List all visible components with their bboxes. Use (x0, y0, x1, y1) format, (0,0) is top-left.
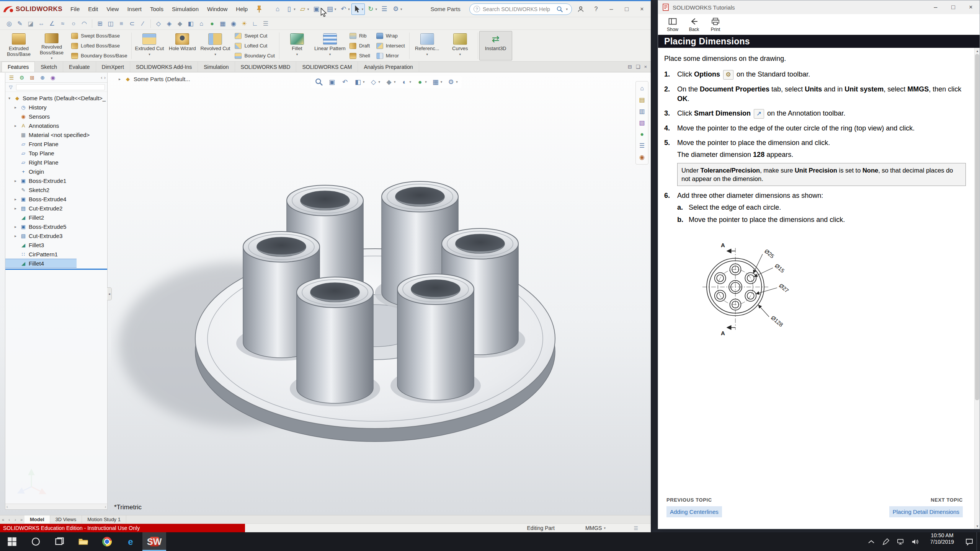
tree-item-cut-extrude2[interactable]: ▸▤Cut-Extrude2 (5, 204, 107, 213)
solidworks-taskbar-button[interactable]: SW (142, 532, 166, 551)
search-taskbar-button[interactable] (24, 532, 47, 551)
s-lights-button[interactable]: ☀ (239, 19, 250, 29)
s-wire-button[interactable]: ◇ (153, 19, 164, 29)
taskbar-clock[interactable]: 10:50 AM 7/10/2019 (922, 532, 962, 551)
ribbon-curves-button[interactable]: Curves▾ (444, 31, 477, 60)
tree-item-fillet2[interactable]: ◢Fillet2 (5, 213, 107, 222)
s-appear-button[interactable]: ● (207, 19, 217, 29)
s-section-button[interactable]: ◧ (185, 19, 196, 29)
tab-simulation[interactable]: Simulation (198, 62, 235, 72)
edit-appearance-button[interactable]: ●▾ (414, 77, 428, 87)
hide-show-items-button[interactable]: ◐▾ (399, 77, 413, 87)
menu-edit[interactable]: Edit (84, 1, 102, 17)
s-convert-button[interactable]: ⊂ (127, 19, 137, 29)
file-explorer-taskbar-button[interactable] (71, 532, 95, 551)
ribbon-revolved-cut-button[interactable]: Revolved Cut▾ (199, 31, 232, 60)
model-3d-view[interactable] (111, 90, 651, 515)
ribbon-revolved-boss-base-button[interactable]: Revolved Boss/Base▾ (35, 31, 68, 60)
tab-scroll-button-3[interactable]: » (18, 515, 24, 523)
task-pane-tp-library-button[interactable]: ▤ (638, 96, 646, 104)
tree-item-fillet3[interactable]: ◢Fillet3 (5, 240, 107, 249)
configurationmanager-tab[interactable]: ⊞ (28, 73, 37, 82)
s-grid-button[interactable]: ⊞ (95, 19, 105, 29)
s-shaded-button[interactable]: ◆ (175, 19, 185, 29)
show-button[interactable]: Show (663, 17, 683, 32)
rebuild-button[interactable]: ↻▾ (365, 3, 379, 15)
ribbon-intersect-button[interactable]: Intersect (376, 41, 405, 51)
help-button[interactable]: ? (590, 3, 603, 15)
expand-arrow-icon[interactable]: ▸ (13, 225, 18, 229)
tree-item-history[interactable]: ▸◷History (5, 103, 107, 112)
s-pencil-button[interactable]: ✎ (15, 19, 25, 29)
section-view-button[interactable]: ◧▾ (352, 77, 366, 87)
s-zoom-button[interactable]: ◎ (4, 19, 15, 29)
ribbon-rib-button[interactable]: Rib (350, 31, 370, 41)
task-pane-tp-forum-button[interactable]: ◉ (638, 153, 646, 161)
ribbon-extruded-cut-button[interactable]: Extruded Cut▾ (133, 31, 166, 60)
tree-item-front-plane[interactable]: ▱Front Plane (5, 139, 107, 148)
tree-item-annotations[interactable]: ▸AAnnotations (5, 121, 107, 130)
print-button[interactable]: Print (706, 17, 725, 32)
s-mirror2-button[interactable]: ◫ (105, 19, 116, 29)
task-pane-tp-palette-button[interactable]: ▧ (638, 119, 646, 127)
dimxpertmanager-tab[interactable]: ⊕ (38, 73, 47, 82)
search-scope-caret-icon[interactable]: ▾ (566, 7, 568, 11)
tree-item-boss-extrude5[interactable]: ▸▣Boss-Extrude5 (5, 222, 107, 231)
menu-view[interactable]: View (102, 1, 123, 17)
tree-filter-row[interactable]: ▽ (5, 83, 107, 92)
breadcrumb-expand-icon[interactable]: ▸ (117, 77, 122, 81)
tab-scroll-button-2[interactable]: › (12, 515, 18, 523)
tree-item-boss-extrude4[interactable]: ▸▣Boss-Extrude4 (5, 194, 107, 204)
scrollbar-thumb[interactable] (975, 54, 979, 400)
scroll-up-icon[interactable]: ▴ (975, 48, 980, 54)
panel-scroll-left-icon[interactable]: ‹ (101, 75, 102, 80)
ribbon-extruded-boss-base-button[interactable]: Extruded Boss/Base (2, 31, 35, 60)
doc-restore-icon[interactable]: ❏ (636, 64, 640, 70)
s-orient-button[interactable]: ⌂ (196, 19, 207, 29)
s-trim-button[interactable]: ∕ (137, 19, 148, 29)
propertymanager-tab[interactable]: ⚙ (17, 73, 26, 82)
doc-tab-motion-study-1[interactable]: Motion Study 1 (82, 515, 126, 523)
expand-arrow-icon[interactable]: ▸ (13, 179, 18, 183)
tab-evaluate[interactable]: Evaluate (63, 62, 96, 72)
tree-item-origin[interactable]: +Origin (5, 167, 107, 176)
apply-scene-button[interactable]: ▦▾ (430, 77, 444, 87)
zoom-area-button[interactable]: ▣ (326, 77, 338, 87)
action-center-button[interactable] (962, 532, 977, 551)
search-icon[interactable] (556, 6, 563, 13)
expand-arrow-icon[interactable]: ▸ (13, 105, 18, 109)
tree-item-material-not-specified[interactable]: ▦Material <not specified> (5, 130, 107, 139)
tutorial-scrollbar[interactable]: ▴ ▾ (974, 48, 980, 529)
tab-solidworks-cam[interactable]: SOLIDWORKS CAM (296, 62, 358, 72)
s-erase-button[interactable]: ◪ (25, 19, 36, 29)
tab-solidworks-mbd[interactable]: SOLIDWORKS MBD (235, 62, 297, 72)
task-pane-tp-home-button[interactable]: ⌂ (638, 84, 646, 93)
s-measure-button[interactable]: ∟ (250, 19, 260, 29)
tab-features[interactable]: Features (2, 62, 35, 72)
close-button[interactable]: × (635, 3, 648, 15)
status-tag-icon-slot[interactable]: ☰ (632, 525, 639, 531)
tree-item-some-parts-default-default[interactable]: ▾◆Some Parts (Default<<Default>_ (5, 93, 107, 103)
rollback-bar[interactable] (5, 269, 107, 270)
ribbon-referenc-button[interactable]: Referenc...▾ (411, 31, 444, 60)
featuremanager-tab[interactable]: ☰ (7, 73, 16, 82)
tutorials-maximize-button[interactable]: □ (944, 0, 962, 14)
ribbon-boundary-cut-button[interactable]: Boundary Cut (235, 51, 275, 60)
panel-splitter-handle[interactable]: ◂ (107, 287, 112, 300)
task-pane-tp-props-button[interactable]: ☰ (638, 142, 646, 150)
tab-analysis-preparation[interactable]: Analysis Preparation (358, 62, 419, 72)
ribbon-mirror-button[interactable]: Mirror (376, 51, 405, 60)
expand-arrow-icon[interactable]: ▾ (7, 96, 12, 100)
menu-help[interactable]: Help (232, 1, 252, 17)
ribbon-swept-cut-button[interactable]: Swept Cut (235, 31, 275, 41)
expand-arrow-icon[interactable]: ▸ (13, 234, 18, 238)
unit-system-selector[interactable]: MMGS ▾ (585, 525, 606, 531)
zoom-fit-button[interactable] (313, 77, 325, 87)
undo-button[interactable]: ↶▾ (338, 3, 351, 15)
tab-solidworks-add-ins[interactable]: SOLIDWORKS Add-Ins (130, 62, 198, 72)
edge-taskbar-button[interactable]: e (119, 532, 142, 551)
s-spline-button[interactable]: ≈ (57, 19, 68, 29)
restore-button[interactable]: □ (620, 3, 633, 15)
scroll-right-icon[interactable]: › (105, 505, 106, 509)
ribbon-draft-button[interactable]: Draft (350, 41, 370, 51)
